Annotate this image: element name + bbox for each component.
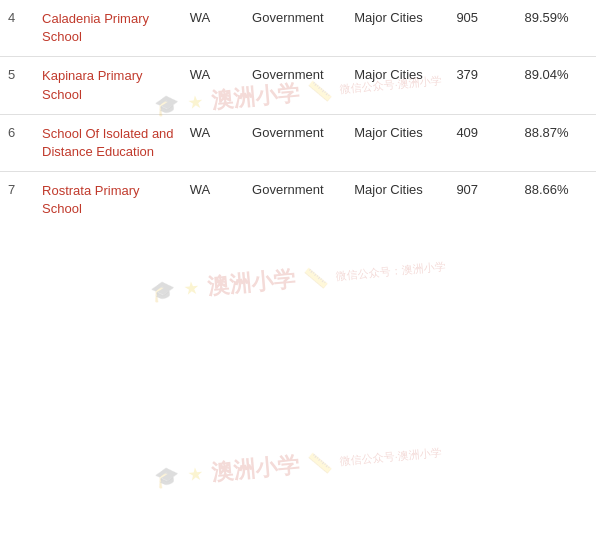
rank-cell: 6 (0, 114, 34, 171)
enrolment-cell: 905 (448, 0, 516, 57)
enrolment-cell: 379 (448, 57, 516, 114)
location-cell: Major Cities (346, 114, 448, 171)
table-row: 5 Kapinara Primary School WA Government … (0, 57, 596, 114)
sector-cell: Government (244, 0, 346, 57)
sector-cell: Government (244, 114, 346, 171)
table-container: 4 Caladenia Primary School WA Government… (0, 0, 596, 229)
school-link[interactable]: School Of Isolated and Distance Educatio… (42, 126, 174, 159)
state-cell: WA (182, 0, 244, 57)
school-name-cell: School Of Isolated and Distance Educatio… (34, 114, 182, 171)
score-cell: 88.87% (516, 114, 596, 171)
rank-cell: 7 (0, 172, 34, 229)
school-name-cell: Caladenia Primary School (34, 0, 182, 57)
score-cell: 88.66% (516, 172, 596, 229)
school-name-cell: Kapinara Primary School (34, 57, 182, 114)
school-name-cell: Rostrata Primary School (34, 172, 182, 229)
enrolment-cell: 907 (448, 172, 516, 229)
table-row: 4 Caladenia Primary School WA Government… (0, 0, 596, 57)
location-cell: Major Cities (346, 57, 448, 114)
table-row: 7 Rostrata Primary School WA Government … (0, 172, 596, 229)
sector-cell: Government (244, 172, 346, 229)
location-cell: Major Cities (346, 172, 448, 229)
location-cell: Major Cities (346, 0, 448, 57)
state-cell: WA (182, 57, 244, 114)
sector-cell: Government (244, 57, 346, 114)
state-cell: WA (182, 172, 244, 229)
school-link[interactable]: Rostrata Primary School (42, 183, 140, 216)
rank-cell: 4 (0, 0, 34, 57)
score-cell: 89.59% (516, 0, 596, 57)
rankings-table: 4 Caladenia Primary School WA Government… (0, 0, 596, 229)
school-link[interactable]: Caladenia Primary School (42, 11, 149, 44)
state-cell: WA (182, 114, 244, 171)
school-link[interactable]: Kapinara Primary School (42, 68, 142, 101)
table-row: 6 School Of Isolated and Distance Educat… (0, 114, 596, 171)
rank-cell: 5 (0, 57, 34, 114)
score-cell: 89.04% (516, 57, 596, 114)
enrolment-cell: 409 (448, 114, 516, 171)
